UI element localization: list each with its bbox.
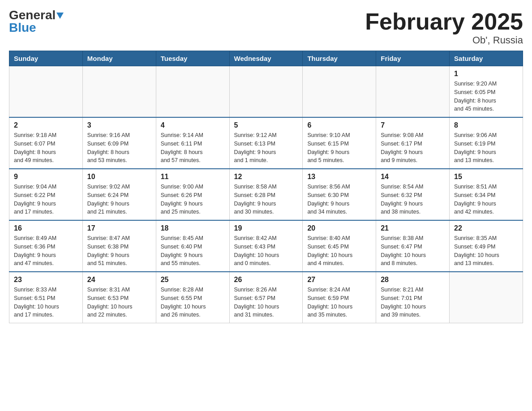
day-info: Sunrise: 9:16 AMSunset: 6:09 PMDaylight:… (87, 131, 151, 165)
day-cell: 7Sunrise: 9:08 AMSunset: 6:17 PMDaylight… (376, 117, 450, 169)
day-cell (450, 272, 523, 323)
day-info: Sunrise: 9:14 AMSunset: 6:11 PMDaylight:… (161, 131, 225, 165)
day-info: Sunrise: 8:40 AMSunset: 6:45 PMDaylight:… (307, 234, 371, 268)
col-tuesday: Tuesday (156, 51, 229, 66)
day-number: 17 (87, 224, 151, 232)
day-number: 15 (454, 173, 518, 181)
day-number: 20 (307, 224, 371, 232)
day-cell: 12Sunrise: 8:58 AMSunset: 6:28 PMDayligh… (229, 169, 303, 220)
day-number: 8 (454, 121, 518, 129)
week-row-1: 1Sunrise: 9:20 AMSunset: 6:05 PMDaylight… (9, 66, 523, 118)
day-info: Sunrise: 8:21 AMSunset: 7:01 PMDaylight:… (381, 286, 445, 319)
day-cell (9, 66, 83, 118)
day-number: 21 (381, 224, 445, 232)
day-cell (82, 66, 156, 118)
logo-general-text: General (9, 8, 56, 22)
day-number: 26 (234, 276, 298, 284)
day-cell: 13Sunrise: 8:56 AMSunset: 6:30 PMDayligh… (303, 169, 376, 220)
day-number: 2 (14, 121, 78, 129)
calendar-header: Sunday Monday Tuesday Wednesday Thursday… (9, 51, 523, 66)
day-info: Sunrise: 9:04 AMSunset: 6:22 PMDaylight:… (14, 183, 78, 216)
day-cell: 25Sunrise: 8:28 AMSunset: 6:55 PMDayligh… (156, 272, 229, 323)
calendar-subtitle: Ob', Russia (365, 34, 523, 46)
day-info: Sunrise: 8:58 AMSunset: 6:28 PMDaylight:… (234, 183, 298, 216)
week-row-4: 16Sunrise: 8:49 AMSunset: 6:36 PMDayligh… (9, 220, 523, 272)
day-cell: 5Sunrise: 9:12 AMSunset: 6:13 PMDaylight… (229, 117, 303, 169)
day-number: 1 (454, 70, 518, 78)
day-info: Sunrise: 8:38 AMSunset: 6:47 PMDaylight:… (381, 234, 445, 268)
day-info: Sunrise: 8:26 AMSunset: 6:57 PMDaylight:… (234, 286, 298, 319)
day-cell: 27Sunrise: 8:24 AMSunset: 6:59 PMDayligh… (303, 272, 376, 323)
day-info: Sunrise: 9:00 AMSunset: 6:26 PMDaylight:… (161, 183, 225, 216)
day-cell (156, 66, 229, 118)
day-number: 5 (234, 121, 298, 129)
day-number: 9 (14, 173, 78, 181)
day-cell: 26Sunrise: 8:26 AMSunset: 6:57 PMDayligh… (229, 272, 303, 323)
calendar-table: Sunday Monday Tuesday Wednesday Thursday… (9, 51, 523, 323)
day-number: 19 (234, 224, 298, 232)
day-number: 25 (161, 276, 225, 284)
day-cell: 16Sunrise: 8:49 AMSunset: 6:36 PMDayligh… (9, 220, 83, 272)
day-number: 24 (87, 276, 151, 284)
day-cell: 17Sunrise: 8:47 AMSunset: 6:38 PMDayligh… (82, 220, 156, 272)
day-number: 11 (161, 173, 225, 181)
day-info: Sunrise: 8:24 AMSunset: 6:59 PMDaylight:… (307, 286, 371, 319)
logo: General Blue (9, 9, 64, 34)
page-header: General Blue February 2025 Ob', Russia (9, 9, 523, 46)
day-number: 4 (161, 121, 225, 129)
day-cell: 21Sunrise: 8:38 AMSunset: 6:47 PMDayligh… (376, 220, 450, 272)
day-number: 12 (234, 173, 298, 181)
day-cell: 2Sunrise: 9:18 AMSunset: 6:07 PMDaylight… (9, 117, 83, 169)
day-info: Sunrise: 8:45 AMSunset: 6:40 PMDaylight:… (161, 234, 225, 268)
day-cell: 10Sunrise: 9:02 AMSunset: 6:24 PMDayligh… (82, 169, 156, 220)
day-info: Sunrise: 8:49 AMSunset: 6:36 PMDaylight:… (14, 234, 78, 268)
day-number: 13 (307, 173, 371, 181)
day-info: Sunrise: 8:33 AMSunset: 6:51 PMDaylight:… (14, 286, 78, 319)
day-cell: 19Sunrise: 8:42 AMSunset: 6:43 PMDayligh… (229, 220, 303, 272)
day-number: 18 (161, 224, 225, 232)
col-saturday: Saturday (450, 51, 523, 66)
day-cell: 4Sunrise: 9:14 AMSunset: 6:11 PMDaylight… (156, 117, 229, 169)
day-info: Sunrise: 9:20 AMSunset: 6:05 PMDaylight:… (454, 80, 518, 113)
col-sunday: Sunday (9, 51, 83, 66)
week-row-2: 2Sunrise: 9:18 AMSunset: 6:07 PMDaylight… (9, 117, 523, 169)
col-thursday: Thursday (303, 51, 376, 66)
day-cell: 18Sunrise: 8:45 AMSunset: 6:40 PMDayligh… (156, 220, 229, 272)
day-cell: 9Sunrise: 9:04 AMSunset: 6:22 PMDaylight… (9, 169, 83, 220)
day-info: Sunrise: 8:51 AMSunset: 6:34 PMDaylight:… (454, 183, 518, 216)
day-info: Sunrise: 9:10 AMSunset: 6:15 PMDaylight:… (307, 131, 371, 165)
col-friday: Friday (376, 51, 450, 66)
day-cell: 23Sunrise: 8:33 AMSunset: 6:51 PMDayligh… (9, 272, 83, 323)
col-wednesday: Wednesday (229, 51, 303, 66)
day-number: 10 (87, 173, 151, 181)
day-cell: 8Sunrise: 9:06 AMSunset: 6:19 PMDaylight… (450, 117, 523, 169)
title-block: February 2025 Ob', Russia (365, 9, 523, 46)
day-cell: 28Sunrise: 8:21 AMSunset: 7:01 PMDayligh… (376, 272, 450, 323)
calendar-title: February 2025 (365, 9, 523, 34)
day-number: 27 (307, 276, 371, 284)
day-info: Sunrise: 8:28 AMSunset: 6:55 PMDaylight:… (161, 286, 225, 319)
header-row: Sunday Monday Tuesday Wednesday Thursday… (9, 51, 523, 66)
day-cell: 3Sunrise: 9:16 AMSunset: 6:09 PMDaylight… (82, 117, 156, 169)
day-number: 7 (381, 121, 445, 129)
day-cell (303, 66, 376, 118)
day-info: Sunrise: 8:31 AMSunset: 6:53 PMDaylight:… (87, 286, 151, 319)
logo-top: General (9, 9, 64, 21)
day-cell: 6Sunrise: 9:10 AMSunset: 6:15 PMDaylight… (303, 117, 376, 169)
day-number: 16 (14, 224, 78, 232)
day-info: Sunrise: 8:56 AMSunset: 6:30 PMDaylight:… (307, 183, 371, 216)
week-row-5: 23Sunrise: 8:33 AMSunset: 6:51 PMDayligh… (9, 272, 523, 323)
day-info: Sunrise: 8:42 AMSunset: 6:43 PMDaylight:… (234, 234, 298, 268)
calendar-body: 1Sunrise: 9:20 AMSunset: 6:05 PMDaylight… (9, 66, 523, 323)
day-info: Sunrise: 9:12 AMSunset: 6:13 PMDaylight:… (234, 131, 298, 165)
day-number: 3 (87, 121, 151, 129)
day-info: Sunrise: 9:18 AMSunset: 6:07 PMDaylight:… (14, 131, 78, 165)
week-row-3: 9Sunrise: 9:04 AMSunset: 6:22 PMDaylight… (9, 169, 523, 220)
logo-triangle-icon (56, 13, 64, 19)
day-number: 22 (454, 224, 518, 232)
col-monday: Monday (82, 51, 156, 66)
day-info: Sunrise: 8:47 AMSunset: 6:38 PMDaylight:… (87, 234, 151, 268)
day-cell: 14Sunrise: 8:54 AMSunset: 6:32 PMDayligh… (376, 169, 450, 220)
day-cell (229, 66, 303, 118)
day-cell: 20Sunrise: 8:40 AMSunset: 6:45 PMDayligh… (303, 220, 376, 272)
